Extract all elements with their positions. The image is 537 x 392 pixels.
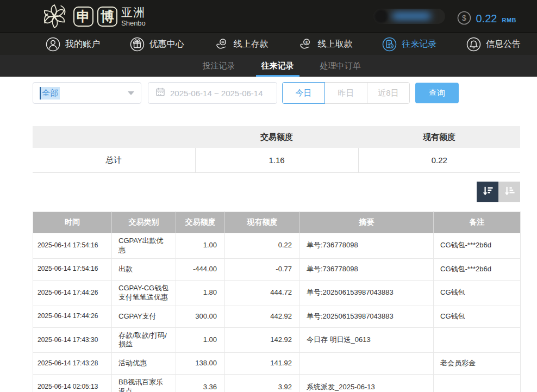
table-row: 2025-06-14 02:05:13 BB视讯百家乐返点 3.36 3.92 … <box>33 375 521 392</box>
nav-item-label: 优惠中心 <box>149 39 184 50</box>
cell-summary: 单号:736778098 <box>300 233 434 258</box>
summary-total-row: 总计 1.16 0.22 <box>33 148 520 172</box>
gift-icon <box>130 37 145 52</box>
cell-time: 2025-06-14 17:44:26 <box>33 306 112 327</box>
yesterday-button[interactable]: 昨日 <box>324 82 367 104</box>
tab-pending-orders[interactable]: 处理中订单 <box>317 55 364 77</box>
svg-text:$: $ <box>462 14 466 22</box>
wallet-balance[interactable]: $ 0.22 RMB <box>457 8 517 25</box>
svg-text:$: $ <box>305 40 308 45</box>
summary-header-current-amount: 现有额度 <box>358 126 520 148</box>
cell-current-amount: 444.72 <box>225 280 300 306</box>
table-row: 2025-06-14 17:54:16 出款 -444.00 -0.77 单号:… <box>33 258 521 280</box>
balance-currency: RMB <box>502 17 516 23</box>
summary-table: 交易额度 现有额度 总计 1.16 0.22 <box>33 126 520 173</box>
nav-item-label: 往来记录 <box>402 39 436 50</box>
cell-summary: 单号:202506153987043883 <box>300 280 434 306</box>
cell-trade-amount: -444.00 <box>176 258 225 280</box>
cell-category: 存款/取款/打码/损益 <box>112 327 176 353</box>
cell-category: 出款 <box>112 258 176 280</box>
cell-summary: 今日存 明日送_0613 <box>300 327 434 353</box>
cell-remark <box>434 375 521 392</box>
cell-current-amount: 442.92 <box>225 306 300 327</box>
cell-trade-amount: 138.00 <box>176 353 225 375</box>
cell-category: 活动优惠 <box>112 353 176 375</box>
cell-current-amount: 0.22 <box>225 233 300 258</box>
date-range-input[interactable]: 2025-06-14 ~ 2025-06-14 <box>148 82 277 104</box>
cell-time: 2025-06-14 17:54:16 <box>33 233 112 258</box>
col-header-summary: 摘要 <box>300 211 434 233</box>
table-row: 2025-06-14 17:44:26 CGPAY支付 300.00 442.9… <box>33 306 521 327</box>
table-row: 2025-06-14 17:54:16 CGPAY出款优惠 1.00 0.22 … <box>33 233 521 258</box>
summary-header-empty <box>33 126 195 148</box>
logo-char-bo: 博 <box>97 7 117 27</box>
records-header-row: 时间 交易类别 交易额度 现有额度 摘要 备注 <box>33 211 521 233</box>
search-button[interactable]: 查询 <box>415 83 459 103</box>
deposit-hand-coin-icon <box>214 37 229 52</box>
nav-item-promotions[interactable]: 优惠中心 <box>130 37 184 52</box>
nav-item-label: 我的账户 <box>65 39 100 50</box>
dollar-coin-icon: $ <box>457 11 471 27</box>
flower-logo-icon <box>39 1 70 32</box>
tab-betting-records[interactable]: 投注记录 <box>199 55 239 77</box>
records-table: 时间 交易类别 交易额度 现有额度 摘要 备注 2025-06-14 17:54… <box>33 211 521 392</box>
logo-region-label: 亚洲 <box>121 7 146 18</box>
today-button[interactable]: 今日 <box>282 82 325 104</box>
brand-logo[interactable]: 申 博 亚洲 Shenbo <box>39 1 146 32</box>
cell-current-amount: 142.92 <box>225 327 300 353</box>
filter-row: 全部 2025-06-14 ~ 2025-06-14 今日 昨日 近8日 查询 <box>33 82 537 104</box>
cell-category: BB视讯百家乐返点 <box>112 375 176 392</box>
nav-item-label: 线上取款 <box>317 39 352 50</box>
logo-char-shen: 申 <box>73 7 93 27</box>
table-row: 2025-06-14 17:44:26 CGPAY-CG钱包支付笔笔送优惠 1.… <box>33 280 521 306</box>
cell-trade-amount: 300.00 <box>176 306 225 327</box>
table-row: 2025-06-14 17:43:28 活动优惠 138.00 141.92 老… <box>33 353 521 375</box>
main-nav: 我的账户 优惠中心 线上存款 <box>0 33 537 55</box>
sort-descending-button[interactable] <box>477 182 498 202</box>
cell-time: 2025-06-14 17:44:26 <box>33 280 112 306</box>
cell-current-amount: 3.92 <box>225 375 300 392</box>
avatar <box>374 9 388 23</box>
col-header-trade-amount: 交易额度 <box>176 211 225 233</box>
summary-trade-amount: 1.16 <box>195 148 358 172</box>
record-subtabs: 投注记录 往来记录 处理中订单 <box>0 55 537 77</box>
type-select-value: 全部 <box>40 87 60 99</box>
nav-item-label: 信息公告 <box>486 39 521 50</box>
balance-amount: 0.22 <box>476 13 497 25</box>
cell-trade-amount: 1.00 <box>176 327 225 353</box>
sort-ascending-button[interactable] <box>498 182 520 202</box>
summary-current-amount: 0.22 <box>358 148 520 172</box>
cell-trade-amount: 3.36 <box>176 375 225 392</box>
summary-header-trade-amount: 交易额度 <box>195 126 358 148</box>
cell-summary: 单号:202506153987043883 <box>300 306 434 327</box>
cell-time: 2025-06-14 17:54:16 <box>33 258 112 280</box>
cell-summary: 单号:736778098 <box>300 258 434 280</box>
records-clipboard-clock-icon <box>382 37 397 52</box>
cell-current-amount: 141.92 <box>225 353 300 375</box>
nav-item-transaction-records[interactable]: 往来记录 <box>382 37 436 52</box>
nav-item-announcements[interactable]: 信息公告 <box>466 37 521 52</box>
cell-category: CGPAY出款优惠 <box>112 233 176 258</box>
nav-item-label: 线上存款 <box>234 39 268 50</box>
cell-remark: CG钱包 <box>434 280 521 306</box>
quick-date-buttons: 今日 昨日 近8日 <box>282 82 410 104</box>
logo-subtitle: Shenbo <box>121 20 146 27</box>
nav-item-deposit[interactable]: 线上存款 <box>214 37 268 52</box>
top-header: 申 博 亚洲 Shenbo $ 0.22 RMB <box>0 0 537 33</box>
tab-transaction-records[interactable]: 往来记录 <box>258 55 297 77</box>
col-header-current-amount: 现有额度 <box>225 211 300 233</box>
nav-item-withdraw[interactable]: $ 线上取款 <box>298 37 352 52</box>
sort-controls <box>33 182 520 202</box>
cell-summary <box>300 353 434 375</box>
nav-item-my-account[interactable]: 我的账户 <box>46 37 100 52</box>
username-blurred[interactable] <box>373 9 445 24</box>
bell-icon <box>466 37 481 52</box>
type-select[interactable]: 全部 <box>33 82 141 104</box>
summary-total-label: 总计 <box>33 148 195 172</box>
last-8-days-button[interactable]: 近8日 <box>367 82 410 104</box>
cell-remark: CG钱包 <box>434 306 521 327</box>
chevron-down-icon <box>128 91 134 95</box>
cell-current-amount: -0.77 <box>225 258 300 280</box>
sort-descending-icon <box>482 185 494 199</box>
cell-trade-amount: 1.00 <box>176 233 225 258</box>
